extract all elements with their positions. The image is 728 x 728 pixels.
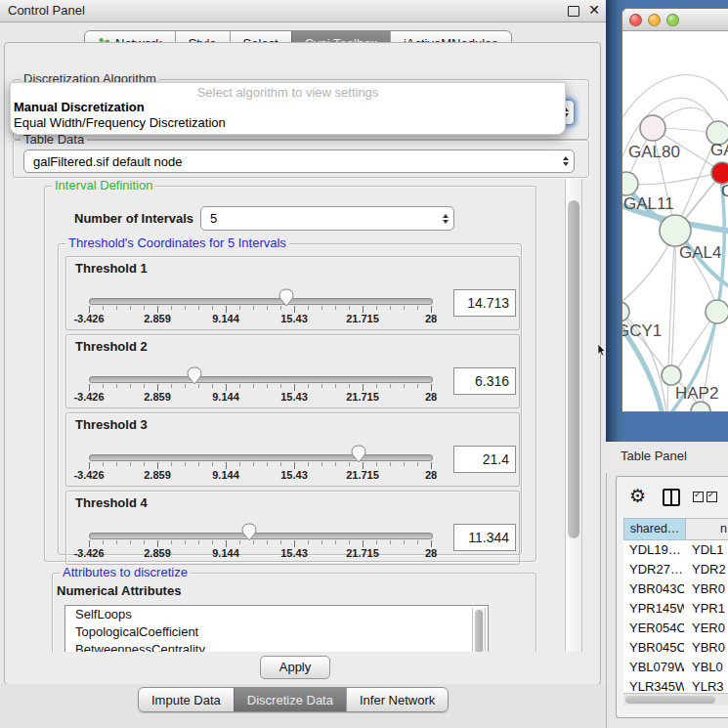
threshold-slider-track[interactable] (89, 533, 433, 539)
window-title: Control Panel (8, 0, 85, 21)
table-cell[interactable]: YBL0 (684, 658, 728, 677)
zoom-light-icon[interactable] (666, 14, 679, 26)
column-header-shared[interactable]: shared… (623, 518, 685, 540)
network-node-label: HAP2 (675, 384, 718, 403)
tick-label: -3.426 (73, 391, 104, 403)
number-of-intervals-label: Number of Intervals (74, 211, 193, 226)
threshold-value-field[interactable]: 14.713 (453, 289, 516, 317)
network-node[interactable] (622, 172, 638, 195)
tab-discretize-data[interactable]: Discretize Data (234, 688, 346, 711)
tick-label: 2.859 (144, 313, 171, 324)
control-panel-titlebar[interactable]: Control Panel ✕ (0, 0, 606, 22)
threshold-slider-thumb[interactable] (187, 366, 202, 385)
network-edge[interactable] (626, 173, 719, 185)
close-light-icon[interactable] (629, 14, 642, 26)
gear-icon[interactable]: ⚙ (629, 485, 646, 506)
attribute-list-item[interactable]: BetweennessCentrality (65, 641, 488, 652)
network-node[interactable] (660, 215, 691, 246)
number-of-intervals-combobox[interactable]: 5 (200, 206, 454, 231)
network-node[interactable] (691, 402, 710, 411)
scrollbar-thumb[interactable] (568, 200, 579, 538)
tab-impute-data[interactable]: Impute Data (139, 688, 234, 711)
table-panel-titlebar[interactable]: Table Panel (606, 442, 728, 473)
table-row[interactable]: YBR043CYBR0 (623, 579, 728, 599)
table-cell[interactable]: YDR2 (684, 560, 728, 579)
threshold-slider-thumb[interactable] (351, 445, 366, 463)
threshold-slider-track[interactable] (89, 454, 433, 461)
settings-scrollbar[interactable] (565, 179, 582, 652)
network-node[interactable] (706, 300, 728, 323)
network-node[interactable] (662, 365, 681, 385)
table-cell[interactable]: YLR345W (623, 677, 684, 694)
tick-label: 21.715 (346, 313, 379, 324)
algorithm-option-manual[interactable]: Manual Discretization (11, 100, 565, 115)
table-row[interactable]: YDR27…YDR2 (623, 560, 728, 579)
column-header-name[interactable]: n (685, 518, 728, 540)
table-cell[interactable]: YBR045C (623, 638, 684, 658)
table-cell[interactable]: YBL079W (623, 658, 684, 677)
table-panel-title: Table Panel (621, 442, 687, 471)
network-window-titlebar[interactable] (622, 9, 728, 31)
minimize-light-icon[interactable] (648, 14, 661, 26)
table-row[interactable]: YLR345WYLR3 (623, 677, 728, 694)
scrollbar-thumb[interactable] (475, 610, 483, 652)
table-cell[interactable]: YPR1 (684, 599, 728, 619)
table-horizontal-scrollbar[interactable] (623, 693, 728, 706)
table-cell[interactable]: YBR0 (684, 638, 728, 658)
scrollbar-thumb[interactable] (625, 696, 715, 704)
tick-label: 28 (425, 313, 437, 324)
table-row[interactable]: YER054CYER0 (623, 619, 728, 638)
table-cell[interactable]: YBR0 (684, 579, 728, 599)
network-node-label: GAL80 (628, 143, 680, 161)
tab-infer-network[interactable]: Infer Network (346, 688, 448, 711)
thresholds-group-title: Threshold's Coordinates for 5 Intervals (65, 236, 289, 250)
tick-label: -3.426 (73, 313, 104, 324)
algorithm-placeholder: Select algorithm to view settings (11, 85, 565, 100)
apply-button[interactable]: Apply (260, 656, 330, 679)
combo-stepper-icon[interactable] (563, 156, 569, 166)
table-row[interactable]: YBR045CYBR0 (623, 638, 728, 658)
table-cell[interactable]: YDR27… (623, 560, 684, 579)
table-cell[interactable]: YER0 (684, 619, 728, 638)
table-row[interactable]: YDL19…YDL1 (623, 540, 728, 560)
table-cell[interactable]: YER054C (623, 619, 684, 638)
checkbox-icon[interactable] (707, 492, 717, 502)
algorithm-option-equal-width[interactable]: Equal Width/Frequency Discretization (11, 115, 565, 131)
network-edge[interactable] (622, 75, 728, 124)
float-window-icon[interactable] (568, 6, 579, 17)
network-canvas[interactable]: GAL80GACGAL11GAL4GCY1HHAP2 (622, 30, 728, 411)
threshold-value-field[interactable]: 21.4 (453, 446, 516, 473)
attribute-list-item[interactable]: TopologicalCoefficient (65, 623, 488, 641)
numerical-attributes-list[interactable]: SelfLoopsTopologicalCoefficientBetweenne… (64, 605, 489, 652)
network-node[interactable] (640, 115, 665, 141)
threshold-value-field[interactable]: 11.344 (453, 524, 516, 551)
table-cell[interactable]: YLR3 (684, 677, 728, 694)
close-icon[interactable]: ✕ (588, 2, 600, 18)
table-row[interactable]: YBL079WYBL0 (623, 658, 728, 677)
tick-label: 9.144 (212, 313, 239, 324)
table-cell[interactable]: YDL19… (623, 540, 684, 560)
attributes-list-scrollbar[interactable] (472, 608, 486, 652)
table-data-combobox[interactable]: galFiltered.sif default node (23, 150, 575, 173)
thresholds-group: Threshold's Coordinates for 5 Intervals … (58, 243, 522, 555)
threshold-panel: Threshold 3 -3.4262.8599.14415.4321.7152… (65, 412, 520, 487)
table-cell[interactable]: YDL1 (684, 540, 728, 560)
threshold-slider-track[interactable] (89, 298, 433, 305)
network-node-label: GAL4 (679, 243, 721, 262)
attributes-group: Attributes to discretize Numerical Attri… (52, 573, 536, 652)
threshold-value-field[interactable]: 6.316 (453, 367, 516, 395)
combo-stepper-icon[interactable] (443, 214, 449, 224)
threshold-slider-thumb[interactable] (278, 288, 294, 307)
checkbox-icon[interactable] (693, 492, 704, 502)
split-columns-icon[interactable] (663, 489, 680, 506)
table-cell[interactable]: YPR145W (623, 599, 684, 619)
network-view-window: GAL80GACGAL11GAL4GCY1HHAP2 (621, 8, 728, 412)
attribute-list-item[interactable]: SelfLoops (65, 606, 488, 623)
threshold-slider-thumb[interactable] (241, 523, 257, 541)
threshold-label: Threshold 4 (75, 495, 148, 510)
threshold-slider-track[interactable] (89, 376, 433, 383)
table-row[interactable]: YPR145WYPR1 (623, 599, 728, 619)
network-node[interactable] (711, 162, 728, 184)
algorithm-dropdown-popup: Select algorithm to view settings Manual… (10, 82, 566, 135)
table-cell[interactable]: YBR043C (623, 579, 684, 599)
